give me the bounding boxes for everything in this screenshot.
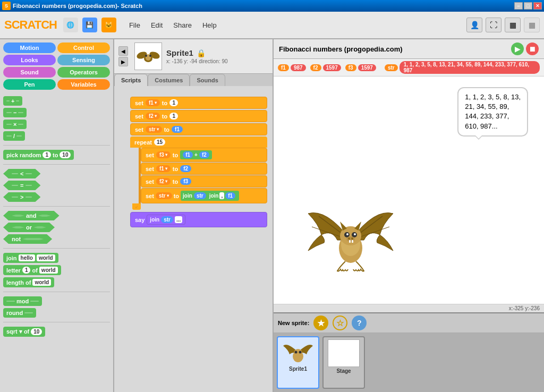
sqrt-block[interactable]: sqrt ▾ of 10 bbox=[3, 327, 45, 337]
green-flag-button[interactable]: ▶ bbox=[511, 42, 524, 55]
minimize-button[interactable]: – bbox=[514, 2, 523, 10]
svg-point-21 bbox=[351, 237, 353, 240]
set-f1-block[interactable]: set f1 ▾ to 1 bbox=[130, 97, 267, 109]
script-group-main: set f1 ▾ to 1 set f2 ▾ to 1 set str ▾ to… bbox=[130, 97, 267, 227]
tab-costumes[interactable]: Costumes bbox=[148, 74, 190, 86]
svg-point-20 bbox=[348, 237, 350, 240]
divider5 bbox=[3, 292, 110, 292]
svg-point-25 bbox=[294, 349, 302, 357]
upload-sprite-button[interactable]: ? bbox=[352, 316, 367, 330]
stage-variables: f1 987 f2 1597 f3 1597 str 1, 1, 2, 3, 5… bbox=[274, 59, 544, 76]
script-canvas[interactable]: set f1 ▾ to 1 set f2 ▾ to 1 set str ▾ to… bbox=[114, 86, 273, 392]
stage-canvas[interactable]: 1, 1, 2, 3, 5, 8, 13,21, 34, 55, 89,144,… bbox=[274, 76, 544, 304]
add-block-row: + bbox=[3, 96, 110, 106]
sqrt-row: sqrt ▾ of 10 bbox=[3, 327, 110, 337]
menu-share[interactable]: Share bbox=[169, 19, 196, 31]
round-block[interactable]: round bbox=[3, 308, 36, 318]
letter-of-block[interactable]: letter 1 of world bbox=[3, 265, 61, 275]
say-block[interactable]: say join str ... bbox=[130, 212, 267, 227]
var-f1: f1 987 bbox=[278, 64, 306, 71]
sprite-list-item-sprite1[interactable]: Sprite1 bbox=[277, 336, 319, 389]
tab-scripts[interactable]: Scripts bbox=[114, 74, 148, 86]
window-controls[interactable]: – □ ✕ bbox=[514, 2, 542, 10]
lock-icon[interactable]: 🔒 bbox=[197, 49, 206, 57]
category-sound[interactable]: Sound bbox=[3, 67, 56, 78]
stamp-new-sprite-button[interactable]: ☆ bbox=[333, 316, 347, 330]
sprite-left-btn[interactable]: ◀ bbox=[118, 46, 128, 56]
multiply-block[interactable]: × bbox=[3, 120, 27, 129]
svg-point-18 bbox=[354, 233, 356, 235]
svg-point-27 bbox=[299, 351, 302, 354]
repeat-block-top[interactable]: repeat 15 bbox=[130, 137, 267, 148]
subtract-block-row: − bbox=[3, 108, 110, 117]
category-operators[interactable]: Operators bbox=[57, 67, 110, 78]
window-title: Fibonacci numbers (progopedia.com)- Scra… bbox=[13, 3, 514, 9]
sprite-list: Sprite1 Stage bbox=[274, 333, 544, 392]
or-block[interactable]: or bbox=[3, 223, 55, 232]
join-block[interactable]: join hello world bbox=[3, 253, 58, 263]
set-f3-block[interactable]: set f3 ▾ to f1 + f2 bbox=[141, 148, 267, 162]
script-tabs: Scripts Costumes Sounds bbox=[114, 74, 273, 86]
menu-file[interactable]: File bbox=[125, 19, 144, 31]
sprite-info: Sprite1 🔒 x: -136 y: -94 direction: 90 bbox=[166, 48, 268, 64]
equals-block[interactable]: = bbox=[3, 181, 40, 190]
close-button[interactable]: ✕ bbox=[533, 2, 542, 10]
join-block-row: join hello world bbox=[3, 253, 110, 263]
category-variables[interactable]: Variables bbox=[57, 79, 110, 90]
paint-new-sprite-button[interactable]: ★ bbox=[313, 316, 328, 330]
view-icon[interactable]: ▦ bbox=[505, 18, 521, 32]
globe-icon[interactable]: 🌐 bbox=[63, 18, 78, 32]
sprite-right-btn[interactable]: ▶ bbox=[118, 57, 128, 66]
less-than-block[interactable]: < bbox=[3, 169, 40, 178]
divide-block[interactable]: / bbox=[3, 131, 25, 141]
var-f1-value: 987 bbox=[291, 64, 306, 71]
svg-point-17 bbox=[346, 233, 348, 235]
save-icon[interactable]: 💾 bbox=[82, 18, 97, 32]
app-icon: S bbox=[2, 2, 11, 10]
maximize-button[interactable]: □ bbox=[524, 2, 532, 10]
menu-items: File Edit Share Help bbox=[125, 19, 221, 31]
category-looks[interactable]: Looks bbox=[3, 55, 56, 65]
scratch-cat-icon[interactable]: 🐱 bbox=[101, 18, 116, 32]
letter-of-row: letter 1 of world bbox=[3, 265, 110, 275]
set-f2-f3-block[interactable]: set f2 ▾ to f3 bbox=[141, 175, 267, 188]
category-motion[interactable]: Motion bbox=[3, 42, 56, 53]
category-control[interactable]: Control bbox=[57, 42, 110, 53]
menu-edit[interactable]: Edit bbox=[147, 19, 167, 31]
fullscreen-icon[interactable]: ⛶ bbox=[486, 18, 502, 32]
blocks-panel: Motion Control Looks Sensing Sound Opera… bbox=[0, 39, 114, 392]
stage-title: Fibonacci numbers (progopedia.com) bbox=[279, 45, 511, 53]
mod-row: mod bbox=[3, 296, 110, 306]
tab-sounds[interactable]: Sounds bbox=[190, 74, 225, 86]
var-f3-value: 1597 bbox=[358, 64, 376, 71]
bottom-panel: New sprite: ★ ☆ ? Sprite1 bbox=[274, 312, 544, 392]
set-str-join-block[interactable]: set str ▾ to join str join , f1 bbox=[141, 188, 267, 203]
add-block[interactable]: + bbox=[3, 96, 22, 106]
category-sensing[interactable]: Sensing bbox=[57, 55, 110, 65]
greater-than-block[interactable]: > bbox=[3, 192, 40, 202]
divider6 bbox=[3, 322, 110, 322]
mod-block[interactable]: mod bbox=[3, 296, 42, 306]
duplicate-icon[interactable]: 👤 bbox=[466, 18, 482, 32]
set-f1-f2-block[interactable]: set f1 ▾ to f2 bbox=[141, 163, 267, 175]
not-block[interactable]: not bbox=[3, 234, 52, 244]
length-of-block[interactable]: length of world bbox=[3, 277, 54, 287]
sprite-list-item-stage[interactable]: Stage bbox=[322, 336, 365, 389]
subtract-block[interactable]: − bbox=[3, 108, 27, 117]
stop-button[interactable]: ⏹ bbox=[526, 42, 539, 55]
and-block[interactable]: and bbox=[3, 211, 60, 220]
set-f2-block[interactable]: set f2 ▾ to 1 bbox=[130, 110, 267, 122]
multiply-block-row: × bbox=[3, 120, 110, 129]
var-f3: f3 1597 bbox=[345, 64, 376, 71]
divider3 bbox=[3, 206, 110, 207]
pick-random-block[interactable]: pick random 1 to 10 bbox=[3, 150, 74, 160]
set-str-block[interactable]: set str ▾ to f1 bbox=[130, 123, 267, 135]
stage-area: Fibonacci numbers (progopedia.com) ▶ ⏹ f… bbox=[274, 39, 544, 392]
menu-help[interactable]: Help bbox=[198, 19, 221, 31]
toolbar-icons: 👤 ⛶ ▦ ▦ bbox=[466, 18, 540, 32]
categories: Motion Control Looks Sensing Sound Opera… bbox=[0, 39, 113, 93]
not-block-row: not bbox=[3, 234, 110, 244]
settings-icon[interactable]: ▦ bbox=[524, 18, 540, 32]
category-pen[interactable]: Pen bbox=[3, 79, 56, 90]
divider1 bbox=[3, 145, 110, 146]
